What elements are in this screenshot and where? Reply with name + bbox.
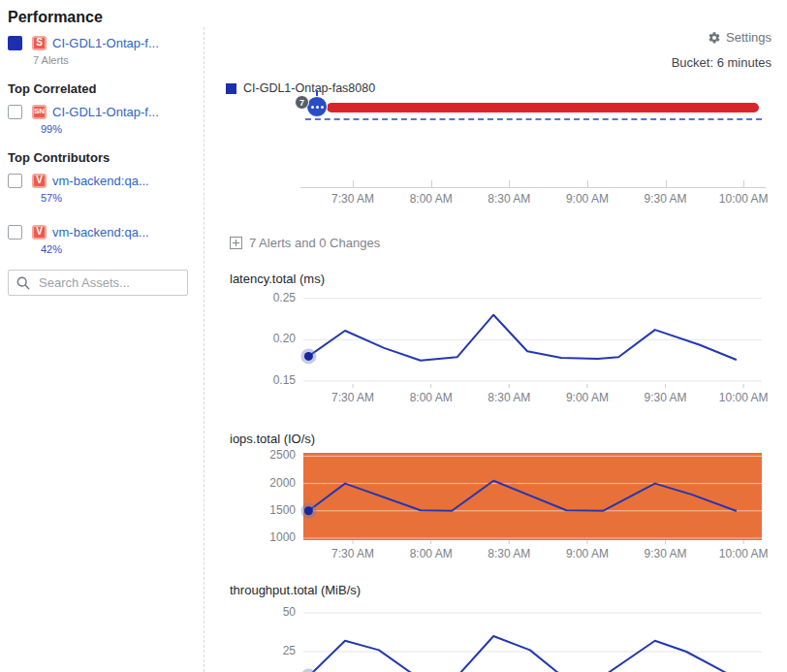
panel-divider [204, 27, 205, 672]
axis-tick-label: 9:30 AM [627, 192, 705, 206]
chart-iops: iops.total (IO/s) 25002000150010007:30 A… [218, 427, 787, 587]
y-axis-tick-label: 0.20 [228, 332, 296, 345]
chart-title: iops.total (IO/s) [230, 432, 315, 446]
contributor-asset-link[interactable]: vm-backend:qa... [52, 225, 149, 240]
chart-title: throughput.total (MiB/s) [230, 583, 361, 597]
y-axis-tick-label: 2000 [228, 476, 296, 490]
alert-duration-bar[interactable] [327, 103, 759, 112]
chart-title: latency.total (ms) [230, 272, 325, 286]
expected-range-line [305, 118, 762, 120]
chart-plot-area[interactable] [303, 453, 762, 540]
storage-badge: S [32, 36, 47, 50]
y-axis-tick-label: 0.15 [228, 373, 296, 387]
correlation-percent: 99% [41, 122, 199, 136]
x-axis-tick-label: 9:30 AM [627, 391, 705, 404]
axis-tick-label: 10:00 AM [705, 192, 782, 206]
x-axis-tick-label: 9:00 AM [549, 391, 626, 404]
contributor-asset-row: V vm-backend:qa... [8, 171, 199, 190]
correlated-checkbox[interactable] [8, 105, 22, 119]
storage-node-badge: SN [32, 105, 47, 119]
plot-svg [303, 291, 762, 384]
x-axis-tick-label: 8:00 AM [393, 547, 470, 560]
search-assets-box[interactable] [8, 270, 188, 296]
alerts-changes-label: 7 Alerts and 0 Changes [249, 236, 380, 250]
vm-badge: V [32, 225, 47, 240]
axis-tick-label: 8:30 AM [470, 192, 548, 206]
axis-tick-label: 8:00 AM [393, 192, 470, 206]
alert-cluster-button[interactable] [306, 96, 328, 117]
correlated-asset-link[interactable]: CI-GDL1-Ontap-f... [52, 105, 159, 119]
chart-latency: latency.total (ms) 0.250.200.157:30 AM8:… [218, 267, 787, 427]
contributor-checkbox[interactable] [8, 174, 22, 188]
y-axis-tick-label: 25 [228, 644, 296, 657]
axis-tick [431, 180, 432, 187]
correlation-sidebar: Performance S CI-GDL1-Ontap-f... 7 Alert… [0, 0, 199, 296]
axis-tick-label: 7:30 AM [314, 192, 392, 206]
timeline-legend: CI-GDL1-Ontap-fas8080 [226, 81, 375, 95]
dot-icon [321, 106, 324, 109]
gear-icon [708, 31, 721, 45]
alert-timeline-chart: CI-GDL1-Ontap-fas8080 7 7:30 AM8:00 AM8:… [218, 78, 787, 213]
expand-plus-icon [230, 237, 242, 249]
search-icon [16, 276, 30, 290]
contribution-percent: 57% [41, 191, 199, 205]
y-axis-tick-label: 50 [228, 605, 296, 619]
time-axis-line [300, 187, 766, 188]
x-axis-tick-label: 8:30 AM [470, 547, 548, 560]
axis-tick [353, 180, 354, 187]
y-axis-tick-label: 2500 [228, 448, 296, 462]
chart-plot-area[interactable] [303, 291, 762, 384]
x-axis-tick-label: 8:00 AM [393, 391, 470, 404]
x-axis-tick-label: 9:30 AM [627, 547, 705, 560]
bucket-label: Bucket: 6 minutes [672, 55, 771, 70]
primary-asset-link[interactable]: CI-GDL1-Ontap-f... [52, 36, 159, 50]
axis-tick [509, 180, 510, 187]
plot-svg [303, 453, 762, 540]
top-correlated-heading: Top Correlated [8, 81, 199, 97]
x-axis-tick-label: 7:30 AM [314, 547, 392, 560]
page-title: Performance [8, 8, 199, 27]
top-contributors-heading: Top Contributors [8, 150, 199, 166]
search-assets-input[interactable] [37, 274, 173, 291]
axis-tick [587, 180, 588, 187]
alert-count-label: 7 Alerts [33, 53, 199, 67]
dot-icon [311, 106, 314, 109]
alert-count-badge[interactable]: 7 [295, 95, 309, 110]
settings-label: Settings [726, 30, 771, 45]
x-axis-tick-label: 7:30 AM [314, 391, 392, 404]
vm-badge: V [32, 174, 47, 188]
contribution-percent: 42% [41, 242, 199, 256]
y-axis-tick-label: 1500 [228, 503, 296, 517]
y-axis-tick-label: 1000 [228, 530, 296, 544]
primary-asset-row: S CI-GDL1-Ontap-f... [8, 33, 199, 52]
correlated-asset-row: SN CI-GDL1-Ontap-f... [8, 102, 199, 121]
x-axis-tick-label: 8:30 AM [470, 391, 548, 404]
x-axis-tick-label: 10:00 AM [705, 391, 782, 404]
axis-tick [666, 180, 667, 187]
axis-tick [743, 180, 744, 187]
plot-svg [303, 603, 762, 672]
series-color-swatch[interactable] [8, 36, 22, 50]
y-axis-tick-label: 0.25 [228, 291, 296, 304]
legend-label: CI-GDL1-Ontap-fas8080 [243, 81, 375, 95]
contributor-asset-row: V vm-backend:qa... [8, 222, 199, 241]
alerts-changes-toggle[interactable]: 7 Alerts and 0 Changes [230, 236, 380, 250]
chart-plot-area[interactable] [303, 603, 762, 672]
dot-icon [316, 106, 319, 109]
settings-button[interactable]: Settings [708, 30, 771, 45]
x-axis-tick-label: 9:00 AM [549, 547, 626, 560]
legend-swatch [226, 83, 236, 94]
contributor-checkbox[interactable] [8, 225, 22, 240]
axis-tick-label: 9:00 AM [549, 192, 626, 206]
chart-throughput: throughput.total (MiB/s) 50257:30 AM8:00… [218, 578, 787, 672]
contributor-asset-link[interactable]: vm-backend:qa... [52, 174, 149, 188]
x-axis-tick-label: 10:00 AM [705, 547, 782, 560]
